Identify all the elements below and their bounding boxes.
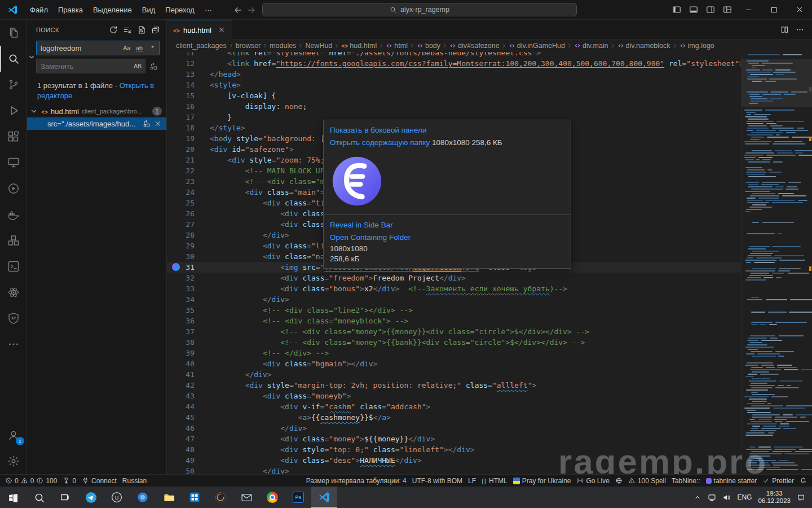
display-icon[interactable]	[708, 493, 716, 502]
match-case-icon[interactable]: Aa	[121, 42, 133, 54]
chevron-up-icon[interactable]	[694, 493, 701, 501]
collapse-all-icon[interactable]	[149, 24, 162, 36]
breadcrumb-item[interactable]: client_packages	[176, 42, 227, 50]
status-ports[interactable]: 0	[60, 475, 79, 487]
code-line-45[interactable]: 45 <a>{{cashmoney}}$</a>	[167, 412, 812, 423]
reveal-in-sidebar-link[interactable]: Reveal in Side Bar	[330, 221, 393, 229]
code-line-40[interactable]: 40 <div class="bgmain"></div>	[167, 358, 812, 369]
telegram-icon[interactable]	[78, 487, 104, 508]
activity-explorer-icon[interactable]	[0, 20, 27, 46]
status-problems[interactable]: 00100	[2, 475, 60, 487]
breadcrumb-item[interactable]: html	[386, 42, 408, 50]
minimap[interactable]	[741, 52, 812, 474]
activity-terminal-icon[interactable]	[0, 253, 27, 279]
action-center-icon[interactable]	[797, 493, 805, 502]
tab-close-icon[interactable]	[218, 26, 226, 34]
language-indicator[interactable]: ENG	[737, 493, 752, 501]
dark-app-icon[interactable]	[208, 487, 233, 508]
layout-sidebar-right-icon[interactable]	[702, 0, 719, 19]
taskbar-search-icon[interactable]	[26, 487, 52, 508]
code-line-39[interactable]: 39 <!-- </div> -->	[167, 348, 812, 358]
status-tabnine-plan[interactable]: tabnine starter	[703, 475, 760, 487]
search-result-file-row[interactable]: <> hud.html client_packages\bro... 1	[27, 105, 166, 117]
grid-app-icon[interactable]	[182, 487, 208, 508]
code-line-16[interactable]: 16 display: none;	[167, 101, 812, 112]
breadcrumb-item[interactable]: modules	[270, 42, 296, 50]
activity-xp-shield-icon[interactable]: XP	[0, 305, 27, 331]
code-line-43[interactable]: 43 <div class="moneyb">	[167, 391, 812, 401]
breadcrumb-item[interactable]: NewHud	[305, 42, 332, 50]
open-containing-folder-link-ru[interactable]: Открыть содержащую папку	[330, 138, 430, 147]
code-line-42[interactable]: 42 <div style="margin-top: 2vh; position…	[167, 380, 812, 391]
code-line-15[interactable]: 15 [v-cloak] {	[167, 90, 812, 101]
menu-item-1[interactable]: Правка	[53, 0, 88, 19]
code-line-32[interactable]: 32 <div class="freedom">Freedom Project<…	[167, 273, 812, 283]
activity-packages-icon[interactable]	[0, 227, 27, 253]
code-line-35[interactable]: 35 <!-- <div class="line2"></div> -->	[167, 305, 812, 316]
preserve-case-icon[interactable]: AB	[132, 60, 143, 72]
code-line-48[interactable]: 48 <div style="top: 0;" class="lineleft"…	[167, 444, 812, 455]
status-language-mode[interactable]: {}HTML	[479, 475, 510, 487]
status-eol[interactable]: LF	[465, 475, 479, 487]
toggle-replace-chevron[interactable]	[27, 41, 36, 73]
activity-run-debug-icon[interactable]	[0, 98, 27, 124]
split-editor-icon[interactable]	[780, 25, 789, 34]
activity-remote-explorer-icon[interactable]	[0, 150, 27, 176]
activity-source-control-icon[interactable]	[0, 72, 27, 98]
minimize-icon[interactable]	[736, 0, 761, 19]
status-connect[interactable]: Connect	[79, 475, 120, 487]
activity-docker-icon[interactable]	[0, 202, 27, 227]
layout-sidebar-left-icon[interactable]	[668, 0, 685, 19]
code-line-14[interactable]: 14<style>	[167, 80, 812, 90]
code-line-12[interactable]: 12 <link href="https://fonts.googleapis.…	[167, 58, 812, 69]
activity-atom-icon[interactable]	[0, 279, 27, 305]
layout-customize-icon[interactable]	[719, 0, 736, 19]
code-line-50[interactable]: 50 </div>	[167, 466, 812, 474]
status-prettier[interactable]: Prettier	[760, 475, 797, 487]
breadcrumb-item[interactable]: browser	[236, 42, 261, 50]
layout-panel-icon[interactable]	[685, 0, 702, 19]
start-icon[interactable]	[0, 487, 26, 508]
clock[interactable]: 19:33 06.12.2023	[758, 490, 791, 505]
status-spell-language[interactable]: Russian	[120, 475, 149, 487]
file-explorer-icon[interactable]	[156, 487, 182, 508]
code-line-41[interactable]: 41 </div>	[167, 369, 812, 380]
menu-item-0[interactable]: Файл	[25, 0, 53, 19]
status-notifications[interactable]	[797, 475, 810, 487]
activity-search-icon[interactable]	[0, 46, 27, 72]
tab-hud-html[interactable]: <> hud.html	[167, 20, 232, 40]
new-search-editor-icon[interactable]	[135, 24, 148, 36]
chrome-icon[interactable]	[259, 487, 285, 508]
status-indent[interactable]: Размер интервала табуляции: 4	[303, 475, 409, 487]
code-line-49[interactable]: 49 <div class="desc">НАЛИЧНЫЕ</div>	[167, 455, 812, 466]
code-line-34[interactable]: 34 </div>	[167, 294, 812, 305]
breadcrumb-item[interactable]: <>hud.html	[341, 42, 377, 50]
whole-word-icon[interactable]: ab	[134, 42, 145, 54]
activity-settings-icon[interactable]	[0, 448, 27, 474]
open-containing-folder-link[interactable]: Open Containing Folder	[330, 233, 411, 242]
menu-item-5[interactable]: ···	[200, 0, 217, 19]
u-app-icon[interactable]: U	[104, 487, 130, 508]
status-spell-issues[interactable]: 100 Spell	[625, 475, 669, 487]
reveal-in-sidebar-link-ru[interactable]: Показать в боковой панели	[330, 126, 426, 134]
nav-back-icon[interactable]	[233, 6, 242, 15]
close-icon[interactable]	[787, 0, 812, 19]
blue-app-icon[interactable]	[130, 487, 156, 508]
search-input[interactable]: logofreedom Aaab.*	[36, 41, 160, 55]
status-encoding[interactable]: UTF-8 with BOM	[409, 475, 465, 487]
photoshop-icon[interactable]: Ps	[285, 487, 311, 508]
activity-live-server-icon[interactable]	[0, 176, 27, 202]
replace-all-button[interactable]	[147, 59, 160, 73]
code-line-13[interactable]: 13</head>	[167, 69, 812, 80]
code-line-47[interactable]: 47 <div class="money">${{money}}</div>	[167, 433, 812, 444]
breadcrumb-item[interactable]: div.nameblock	[617, 42, 670, 50]
code-line-46[interactable]: 46 </div>	[167, 423, 812, 433]
more-h-icon[interactable]	[796, 25, 804, 34]
search-match-row[interactable]: src="./assets/images/hud...	[27, 117, 166, 130]
status-browser[interactable]	[612, 475, 625, 487]
code-line-36[interactable]: 36 <!-- <div class="moneyblock"> -->	[167, 316, 812, 326]
menu-item-3[interactable]: Вид	[137, 0, 161, 19]
activity-extensions-icon[interactable]	[0, 124, 27, 150]
breadcrumb-item[interactable]: img.logo	[679, 42, 714, 50]
breadcrumb-item[interactable]: div.main	[574, 42, 608, 50]
